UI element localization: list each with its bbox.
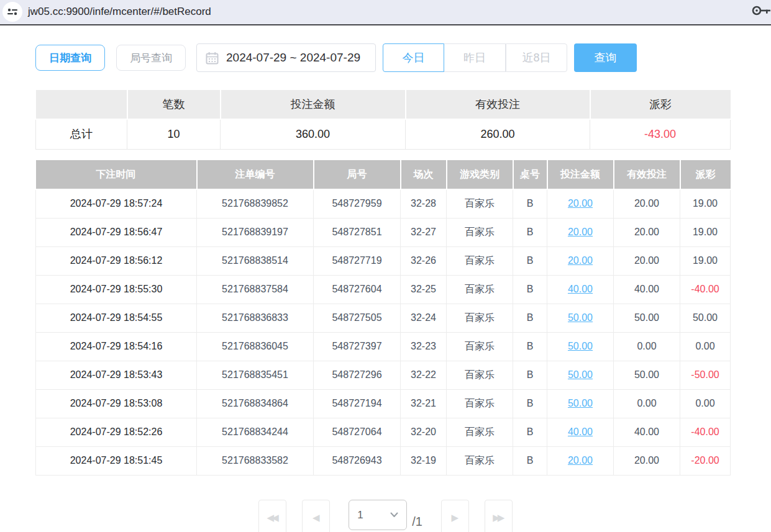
cell-round-no: 548727851: [314, 218, 401, 246]
cell-bet-time: 2024-07-29 18:52:26: [36, 418, 197, 446]
bet-amount-link[interactable]: 50.00: [568, 398, 593, 408]
cell-session: 32-28: [401, 189, 447, 218]
cell-bet-amount: 20.00: [547, 446, 614, 475]
cell-round-no: 548727194: [314, 389, 401, 418]
cell-bet-amount: 20.00: [547, 189, 614, 218]
summary-header-valid-bet: 有效投注: [406, 90, 590, 119]
cell-bet-no: 521768838514: [197, 246, 314, 275]
cell-bet-time: 2024-07-29 18:53:08: [36, 389, 197, 418]
tab-round-query[interactable]: 局号查询: [116, 45, 186, 71]
col-header-round-no: 局号: [314, 160, 401, 189]
cell-bet-no: 521768837584: [197, 275, 314, 304]
summary-header-blank: [36, 90, 127, 119]
left-arrow-icon: ◀: [313, 512, 320, 523]
first-page-button[interactable]: ◀◀: [258, 500, 286, 532]
bet-amount-link[interactable]: 20.00: [568, 227, 593, 237]
browser-address-bar: jw05.cc:9900/infe/mcenter/#/betRecord: [0, 0, 771, 25]
bet-amount-link[interactable]: 50.00: [568, 369, 593, 380]
bet-amount-link[interactable]: 20.00: [568, 255, 593, 266]
cell-session: 32-25: [401, 275, 447, 304]
key-icon[interactable]: [751, 4, 771, 19]
cell-game-type: 百家乐: [447, 189, 513, 218]
url-text[interactable]: jw05.cc:9900/infe/mcenter/#/betRecord: [28, 6, 751, 18]
last-page-button[interactable]: ▶▶: [485, 500, 513, 532]
cell-valid-bet: 50.00: [614, 361, 680, 389]
chevron-down-icon: [390, 512, 398, 518]
page-select[interactable]: 1: [349, 500, 407, 530]
cell-payout: 19.00: [680, 218, 731, 246]
cell-payout: 19.00: [680, 189, 731, 218]
bet-amount-link[interactable]: 50.00: [568, 312, 593, 323]
cell-bet-amount: 20.00: [547, 246, 614, 275]
yesterday-button[interactable]: 昨日: [444, 43, 506, 72]
right-arrow-icon: ▶: [452, 512, 459, 523]
cell-table-no: B: [513, 446, 547, 475]
cell-payout: -50.00: [680, 361, 731, 389]
cell-payout: -40.00: [680, 275, 731, 304]
summary-bet-amount-value: 360.00: [221, 119, 406, 149]
cell-payout: 19.00: [680, 246, 731, 275]
cell-bet-time: 2024-07-29 18:51:45: [36, 446, 197, 475]
cell-bet-time: 2024-07-29 18:54:16: [36, 332, 197, 361]
bet-table-row: 2024-07-29 18:55:30 521768837584 5487276…: [36, 275, 731, 304]
prev-page-button[interactable]: ◀: [302, 500, 330, 532]
tune-icon[interactable]: [2, 2, 22, 22]
cell-bet-time: 2024-07-29 18:55:30: [36, 275, 197, 304]
tab-date-query[interactable]: 日期查询: [35, 45, 105, 71]
col-header-amount: 投注金额: [547, 160, 614, 189]
col-header-time: 下注时间: [36, 160, 197, 189]
col-header-game: 游戏类别: [447, 160, 513, 189]
bet-table-row: 2024-07-29 18:56:12 521768838514 5487277…: [36, 246, 731, 275]
cell-round-no: 548727719: [314, 246, 401, 275]
bet-amount-link[interactable]: 50.00: [568, 341, 593, 351]
bet-table-row: 2024-07-29 18:56:47 521768839197 5487278…: [36, 218, 731, 246]
cell-game-type: 百家乐: [447, 332, 513, 361]
bet-amount-link[interactable]: 40.00: [568, 426, 593, 437]
quick-range-group: 今日 昨日 近8日: [383, 43, 567, 72]
cell-payout: -40.00: [680, 418, 731, 446]
search-button[interactable]: 查询: [574, 43, 637, 72]
cell-game-type: 百家乐: [447, 304, 513, 332]
bet-amount-link[interactable]: 20.00: [568, 198, 593, 209]
cell-bet-amount: 50.00: [547, 332, 614, 361]
cell-bet-amount: 40.00: [547, 418, 614, 446]
cell-session: 32-19: [401, 446, 447, 475]
bet-amount-link[interactable]: 40.00: [568, 284, 593, 294]
cell-table-no: B: [513, 304, 547, 332]
cell-valid-bet: 0.00: [614, 332, 680, 361]
cell-bet-no: 521768835451: [197, 361, 314, 389]
page-select-value: 1: [357, 509, 363, 521]
cell-bet-amount: 50.00: [547, 389, 614, 418]
bet-record-page: jw05.cc:9900/infe/mcenter/#/betRecord 日期…: [0, 0, 771, 532]
cell-bet-time: 2024-07-29 18:54:55: [36, 304, 197, 332]
cell-bet-no: 521768834864: [197, 389, 314, 418]
cell-table-no: B: [513, 275, 547, 304]
last8days-button[interactable]: 近8日: [506, 43, 567, 72]
cell-game-type: 百家乐: [447, 218, 513, 246]
summary-header-bet-amount: 投注金额: [221, 90, 406, 119]
double-left-arrow-icon: ◀◀: [267, 512, 276, 523]
cell-bet-time: 2024-07-29 18:56:12: [36, 246, 197, 275]
today-button[interactable]: 今日: [383, 43, 444, 72]
bet-table-row: 2024-07-29 18:51:45 521768833582 5487269…: [36, 446, 731, 475]
cell-payout: -20.00: [680, 446, 731, 475]
cell-table-no: B: [513, 189, 547, 218]
cell-valid-bet: 40.00: [614, 418, 680, 446]
cell-valid-bet: 50.00: [614, 304, 680, 332]
cell-session: 32-23: [401, 332, 447, 361]
bet-table-header-row: 下注时间 注单编号 局号 场次 游戏类别 桌号 投注金额 有效投注 派彩: [36, 160, 731, 189]
summary-payout-value: -43.00: [590, 119, 731, 149]
bet-amount-link[interactable]: 20.00: [568, 455, 593, 466]
double-right-arrow-icon: ▶▶: [493, 512, 502, 523]
col-header-valid: 有效投注: [614, 160, 680, 189]
tune-icon-glyph: [7, 6, 18, 17]
next-page-button[interactable]: ▶: [441, 500, 469, 532]
cell-session: 32-20: [401, 418, 447, 446]
date-range-input[interactable]: 2024-07-29 ~ 2024-07-29: [196, 43, 376, 72]
cell-valid-bet: 20.00: [614, 446, 680, 475]
cell-round-no: 548727959: [314, 189, 401, 218]
cell-bet-no: 521768836833: [197, 304, 314, 332]
cell-payout: 50.00: [680, 304, 731, 332]
summary-header-row: 笔数 投注金额 有效投注 派彩: [36, 90, 731, 119]
cell-bet-no: 521768839852: [197, 189, 314, 218]
